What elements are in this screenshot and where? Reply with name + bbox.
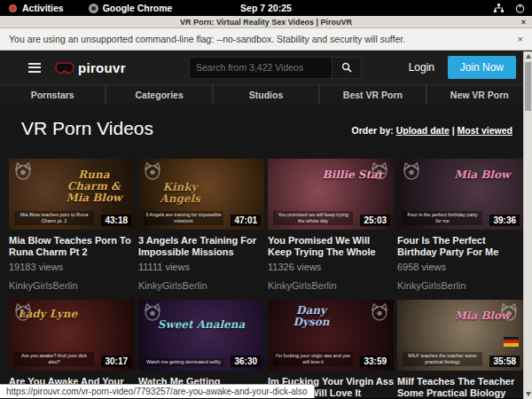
video-thumbnail[interactable]: Sweet Analena Watch me getting dominated…	[138, 300, 264, 371]
view-count: 11111 views	[138, 262, 264, 272]
studio-link[interactable]: KinkyGirlsBerlin	[268, 280, 394, 291]
network-icon[interactable]	[493, 4, 505, 13]
screen: Activities Google Chrome Sep 7 20:25 VR …	[0, 0, 532, 399]
duration-badge: 39:36	[489, 215, 520, 226]
video-title-link[interactable]: 3 Angels Are Training For Impossible Mis…	[138, 235, 264, 257]
scrollbar-thumb[interactable]	[525, 62, 531, 111]
warning-close-icon[interactable]: ×	[518, 34, 523, 44]
video-thumbnail[interactable]: Mia Blow Four is the perfect birthday pa…	[397, 159, 523, 230]
view-count: 6958 views	[397, 262, 523, 272]
cat-mask-watermark-icon	[370, 162, 389, 180]
scrollbar-down-arrow-icon[interactable]	[526, 392, 531, 396]
window-title: VR Porn: Virtual Reality Sex Videos | Pi…	[180, 18, 352, 27]
nav-item-new[interactable]: New VR Porn	[427, 85, 532, 104]
login-link[interactable]: Login	[409, 61, 434, 74]
page-viewport: pirouvr Login Join Now Pornstars Categor…	[0, 51, 532, 398]
cat-mask-watermark-icon	[13, 303, 33, 321]
video-title-link[interactable]: You Promised We Will Keep Trying The Who…	[268, 235, 394, 257]
video-thumbnail[interactable]: Lady Lyne Are you awake? And your dick a…	[9, 300, 135, 371]
vr-goggles-icon	[55, 62, 74, 74]
cat-mask-watermark-icon	[143, 303, 162, 321]
video-title-link[interactable]: Milf Teaches The Teacher Some Practical …	[397, 376, 523, 398]
thumbnail-caption: MILF teaches the teacher some practical …	[403, 352, 482, 366]
thumbnail-overlay-title: Runa Charm & Mia Blow	[58, 169, 130, 205]
thumbnail-overlay-title: Kinky Angels	[145, 182, 215, 205]
main-nav: Pornstars Categories Studios Best VR Por…	[0, 84, 532, 104]
video-title-link[interactable]: Four Is The Perfect Birthday Party For M…	[397, 235, 523, 257]
duration-badge: 36:30	[231, 356, 261, 367]
warning-message: You are using an unsupported command-lin…	[9, 34, 405, 44]
order-by-label: Order by:	[352, 125, 394, 136]
video-card[interactable]: Billie Star You promised we will keep tr…	[268, 159, 394, 291]
thumbnail-overlay-title: Mia Blow	[446, 169, 519, 181]
video-title-link[interactable]: Mia Blow Teaches Porn To Runa Charm Pt 2	[9, 235, 135, 257]
thumbnail-overlay-title: Sweet Analena	[157, 319, 245, 331]
duration-badge: 47:01	[231, 215, 261, 226]
thumbnail-caption: Mia Blow teaches porn to Runa Charm pt. …	[14, 211, 94, 225]
cat-mask-watermark-icon	[370, 303, 389, 321]
chrome-icon	[89, 4, 98, 13]
studio-link[interactable]: KinkyGirlsBerlin	[397, 280, 523, 291]
nav-item-categories[interactable]: Categories	[106, 85, 211, 104]
video-card[interactable]: Kinky Angels 3 Angels are training for i…	[138, 159, 264, 291]
hamburger-menu-icon[interactable]	[28, 63, 41, 73]
duration-badge: 33:59	[360, 356, 390, 367]
thumbnail-caption: Four is the perfect birthday party for m…	[403, 211, 482, 225]
duration-badge: 25:03	[360, 215, 390, 226]
site-logo-text: pirouvr	[78, 60, 126, 75]
video-thumbnail[interactable]: Dany Dyson I'm fucking your virgin ass a…	[268, 300, 394, 371]
activities-label: Activities	[22, 3, 64, 13]
nav-item-studios[interactable]: Studios	[214, 85, 318, 104]
search-input[interactable]	[189, 57, 332, 79]
site-logo[interactable]: pirouvr	[55, 60, 126, 75]
video-card[interactable]: Mia Blow Four is the perfect birthday pa…	[397, 159, 523, 291]
video-card[interactable]: Mia Blow MILF teaches the teacher some p…	[397, 300, 523, 398]
nav-item-best[interactable]: Best VR Porn	[320, 85, 425, 104]
join-now-button[interactable]: Join Now	[448, 56, 516, 79]
status-bar-url: https://pirouvr.com/vr-porn-video/779325…	[0, 384, 315, 398]
video-thumbnail[interactable]: Mia Blow MILF teaches the teacher some p…	[397, 300, 523, 371]
duration-badge: 43:18	[101, 215, 131, 226]
thumbnail-caption: Watch me getting dominated softly	[144, 358, 223, 366]
studio-link[interactable]: KinkyGirlsBerlin	[9, 280, 135, 291]
order-by: Order by: Upload date | Most viewed	[352, 125, 513, 136]
order-by-most-viewed-link[interactable]: Most viewed	[458, 125, 512, 136]
page-title: VR Porn Videos	[21, 118, 153, 139]
duration-badge: 30:17	[101, 356, 131, 367]
video-thumbnail[interactable]: Kinky Angels 3 Angels are training for i…	[138, 159, 264, 230]
video-thumbnail[interactable]: Billie Star You promised we will keep tr…	[268, 159, 394, 230]
thumbnail-caption: You promised we will keep trying the who…	[273, 211, 353, 225]
clock[interactable]: Sep 7 20:25	[240, 3, 292, 13]
order-by-separator: |	[450, 125, 458, 136]
window-close-icon[interactable]: ×	[521, 18, 526, 27]
view-count: 11326 views	[268, 262, 394, 272]
cat-mask-watermark-icon	[499, 303, 519, 321]
system-top-bar: Activities Google Chrome Sep 7 20:25	[0, 0, 532, 16]
app-menu-label: Google Chrome	[103, 3, 173, 13]
duration-badge: 35:58	[489, 356, 520, 367]
notification-dot-icon	[9, 4, 17, 12]
video-thumbnail[interactable]: Runa Charm & Mia Blow Mia Blow teaches p…	[9, 159, 135, 230]
video-card[interactable]: Runa Charm & Mia Blow Mia Blow teaches p…	[9, 159, 135, 291]
window-title-bar[interactable]: VR Porn: Virtual Reality Sex Videos | Pi…	[0, 16, 532, 28]
video-grid: Runa Charm & Mia Blow Mia Blow teaches p…	[0, 159, 532, 398]
scrollbar[interactable]	[523, 51, 532, 399]
nav-item-pornstars[interactable]: Pornstars	[0, 85, 105, 104]
thumbnail-caption: 3 Angels are training for impossible mis…	[144, 211, 223, 225]
power-icon[interactable]	[515, 4, 525, 13]
site-header: pirouvr Login Join Now	[0, 51, 532, 84]
order-by-upload-date-link[interactable]: Upload date	[396, 125, 450, 136]
studio-link[interactable]: KinkyGirlsBerlin	[138, 280, 264, 291]
cat-mask-watermark-icon	[402, 162, 421, 180]
view-count: 19183 views	[9, 262, 135, 272]
scrollbar-up-arrow-icon[interactable]	[526, 54, 531, 59]
thumbnail-caption: I'm fucking your virgin ass and you will…	[273, 352, 353, 366]
activities-button[interactable]: Activities	[22, 3, 64, 13]
search-icon	[341, 62, 352, 73]
app-menu-button[interactable]: Google Chrome	[89, 3, 173, 13]
germany-flag-icon	[504, 337, 519, 347]
cat-mask-watermark-icon	[143, 162, 162, 180]
cat-mask-watermark-icon	[13, 162, 33, 180]
search-button[interactable]	[332, 57, 362, 79]
thumbnail-caption: Are you awake? And your dick also?	[14, 352, 94, 366]
